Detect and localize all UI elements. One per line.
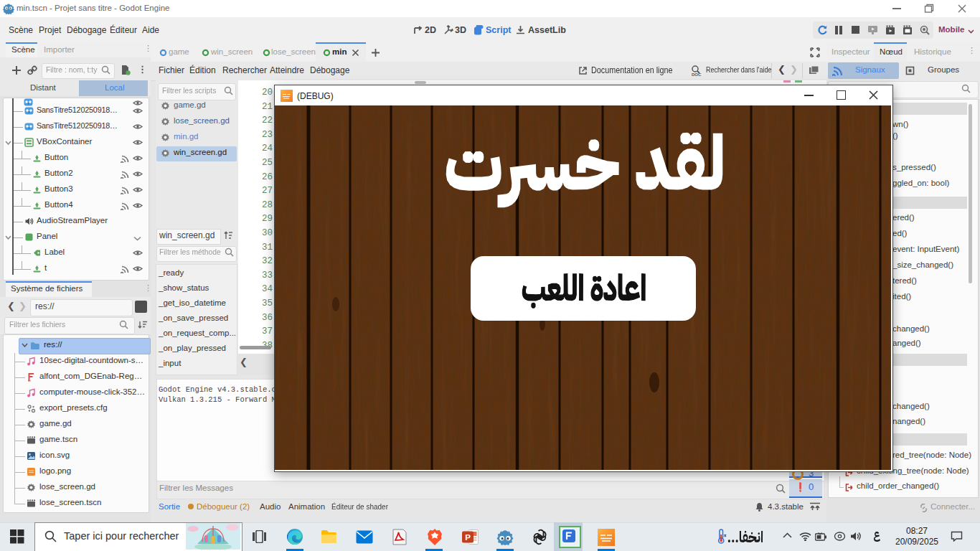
svg-text:DOC: DOC	[692, 72, 702, 77]
svg-text:P: P	[465, 533, 471, 542]
